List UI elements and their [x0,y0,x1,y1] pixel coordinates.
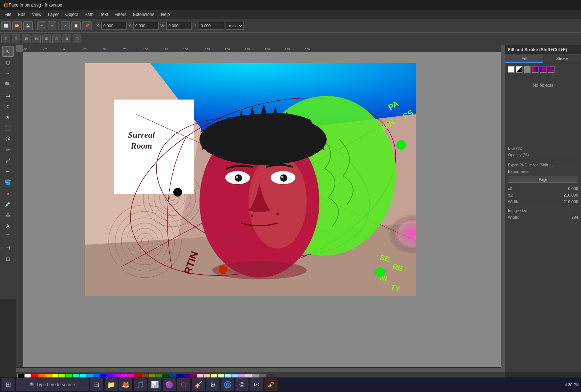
export-area-row: Export area [508,169,578,174]
menu-text[interactable]: Text [97,11,111,18]
search-btn[interactable]: 🔍 Type here to search [16,378,89,391]
start-btn[interactable]: ⊞ [1,378,15,391]
undo-btn[interactable]: ↩ [37,21,46,30]
scrollbar-vertical[interactable] [501,45,505,372]
save-btn[interactable]: 💾 [23,21,33,30]
divider2 [508,206,578,206]
x1-label: x1: [508,193,513,197]
text-tool[interactable]: A [2,221,14,231]
snap8-btn[interactable]: ⊡ [73,35,81,43]
snap4-btn[interactable]: ⊡ [32,35,41,43]
taskbar-app3[interactable]: 🎵 [134,378,147,391]
cut-btn[interactable]: ✂ [61,21,70,30]
snap3-btn[interactable]: ⊠ [22,35,31,43]
taskbar-app4[interactable]: 📊 [148,378,161,391]
star-tool[interactable]: ★ [2,112,14,122]
color-swatch-none[interactable] [516,66,523,73]
new-btn[interactable]: ⬜ [1,21,11,30]
task-view-btn[interactable]: ⊟ [90,378,103,391]
color-swatch-flat[interactable] [524,66,530,73]
img-width-label: Width: [508,215,519,219]
taskbar-inkscape[interactable]: 🖋 [265,378,278,391]
calligraphy-tool[interactable]: ✒ [2,166,14,177]
svg-text:50: 50 [103,48,106,51]
color-swatch-linear[interactable] [532,66,538,73]
color-swatch-pattern[interactable] [548,66,554,73]
taskbar-app2[interactable]: 🦊 [119,378,132,391]
blur-row: Blur (%) [508,146,578,150]
y-input[interactable] [133,22,159,30]
open-btn[interactable]: 📂 [12,21,22,30]
snap2-btn[interactable]: ⊟ [12,35,20,43]
img-width-value: 794 [572,215,578,219]
taskbar-app5[interactable]: 🟣 [163,378,176,391]
svg-point-59 [280,174,287,182]
w-input[interactable] [166,22,192,30]
taskbar-app6[interactable]: ⬡ [177,378,190,391]
node-tool[interactable]: ⬡ [2,57,14,68]
dropper-tool[interactable]: 💉 [2,199,14,209]
tab-stroke[interactable]: Stroke [543,55,581,63]
menu-edit[interactable]: Edit [15,11,28,18]
h-input[interactable] [199,22,224,30]
circle-tool[interactable]: ○ [2,101,14,111]
svg-point-60 [236,176,238,178]
color-swatch-white[interactable] [508,66,515,73]
menu-help[interactable]: Help [158,11,173,18]
rect-tool[interactable]: ▭ [2,90,14,100]
measure-tool[interactable]: ⊣ [2,243,14,253]
snap5-btn[interactable]: ⊞ [42,35,51,43]
gradient-tool[interactable]: ⬦ [2,188,14,198]
pencil-tool[interactable]: ✏ [2,145,14,155]
canvas-inner[interactable]: Surreal Room press quo PA SS ION [23,52,505,367]
opacity-row: Opacity (%) [508,153,578,157]
spiral-tool[interactable]: @ [2,134,14,144]
paste-btn[interactable]: 📌 [82,21,92,30]
svg-rect-18 [16,52,23,367]
taskbar-app8[interactable]: ⚙ [206,378,219,391]
taskbar-app7[interactable]: 🎸 [192,378,205,391]
tab-fill[interactable]: Fill [505,55,543,63]
sep1 [35,21,35,30]
snap6-btn[interactable]: ⊟ [52,35,61,43]
copy-btn[interactable]: 📋 [71,21,81,30]
taskbar-app1[interactable]: 📁 [105,378,118,391]
x0-row: x0: 0.000 [508,186,578,191]
menu-view[interactable]: View [29,11,44,18]
menu-object[interactable]: Object [62,11,81,18]
svg-text:25: 25 [83,48,86,51]
artwork[interactable]: Surreal Room press quo PA SS ION [85,63,416,296]
3d-tool[interactable]: ⬛ [2,123,14,133]
svg-point-73 [375,267,385,277]
svg-text:275: 275 [285,48,290,51]
units-select[interactable]: mmpxin [226,22,244,30]
menu-extensions[interactable]: Extensions [130,11,157,18]
eraser-tool[interactable]: ◻ [2,254,14,264]
redo-btn[interactable]: ↪ [48,21,56,30]
x-input[interactable] [101,22,127,30]
spray-tool[interactable]: ⁂ [2,210,14,220]
tweak-tool[interactable]: ~ [2,68,14,78]
scrollbar-horizontal[interactable] [16,368,501,372]
connector-tool[interactable]: ⌒ [2,232,14,242]
svg-point-58 [235,174,242,182]
page-btn[interactable]: Page [508,177,578,183]
snap-btn[interactable]: ⊞ [1,35,10,43]
menu-layer[interactable]: Layer [45,11,62,18]
snap7-btn[interactable]: ⊠ [62,35,71,43]
svg-text:225: 225 [245,48,250,51]
canvas-area[interactable]: -50 -25 0 25 50 75 100 125 150 175 200 2… [16,45,505,367]
select-tool[interactable]: ↖ [2,47,14,57]
bucket-tool[interactable]: 🪣 [2,177,14,187]
svg-text:-25: -25 [43,48,48,51]
taskbar-app11[interactable]: ✉ [250,378,263,391]
color-swatch-radial[interactable] [540,66,546,73]
menu-file[interactable]: File [1,11,14,18]
taskbar-app9[interactable]: 🌀 [221,378,234,391]
menu-path[interactable]: Path [82,11,97,18]
taskbar-app10[interactable]: © [235,378,249,391]
right-panel: Fill and Stroke (Shift+Ctrl+F) Fill Stro… [505,45,581,372]
pen-tool[interactable]: 🖊 [2,155,14,166]
menu-filters[interactable]: Filters [112,11,129,18]
zoom-tool[interactable]: 🔍 [2,79,14,89]
